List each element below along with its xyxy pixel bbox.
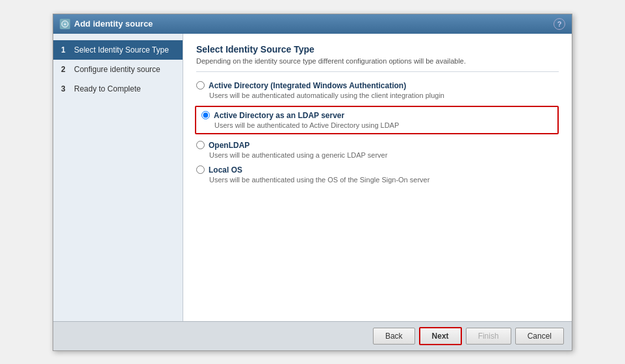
step-3-num: 3 [61,84,70,93]
sidebar: 1 Select Identity Source Type 2 Configur… [53,34,183,321]
option-ad-ldap-title: Active Directory as an LDAP server [214,111,344,120]
dialog-icon: + [60,19,70,29]
option-ad-integrated-desc: Users will be authenticated automaticall… [209,91,559,99]
step-1-num: 1 [61,45,70,55]
option-openldap-title: OpenLDAP [209,141,249,150]
dialog-footer: Back Next Finish Cancel [53,321,572,350]
sidebar-item-3[interactable]: 3 Ready to Complete [53,79,183,99]
step-3-label: Ready to Complete [74,84,141,93]
add-identity-source-dialog: + Add identity source ? 1 Select Identit… [53,14,572,351]
option-ad-ldap-desc: Users will be authenticated to Active Di… [214,121,552,129]
step-1-label: Select Identity Source Type [74,45,169,55]
option-ad-integrated-title: Active Directory (Integrated Windows Aut… [209,81,406,90]
main-subtitle: Depending on the identity source type di… [196,57,559,72]
option-local-os-radio[interactable] [196,165,205,174]
option-ad-ldap: Active Directory as an LDAP server Users… [195,106,559,134]
option-openldap-radio[interactable] [196,141,205,149]
option-ad-integrated-label[interactable]: Active Directory (Integrated Windows Aut… [196,81,559,90]
sidebar-item-2[interactable]: 2 Configure identity source [53,60,183,79]
svg-text:+: + [64,22,66,27]
main-content: Select Identity Source Type Depending on… [183,34,572,321]
step-2-num: 2 [61,65,70,74]
option-local-os: Local OS Users will be authenticated usi… [196,165,559,184]
option-local-os-desc: Users will be authenticated using the OS… [209,176,559,184]
option-openldap-label[interactable]: OpenLDAP [196,141,559,150]
main-title: Select Identity Source Type [196,44,559,55]
option-ad-integrated-radio[interactable] [196,81,205,90]
option-ad-ldap-label[interactable]: Active Directory as an LDAP server [201,111,552,120]
option-openldap-desc: Users will be authenticated using a gene… [209,151,559,159]
option-local-os-title: Local OS [209,165,242,175]
dialog-title: Add identity source [74,19,153,29]
option-openldap: OpenLDAP Users will be authenticated usi… [196,141,559,159]
cancel-button[interactable]: Cancel [515,328,564,345]
step-2-label: Configure identity source [74,65,160,74]
option-ad-ldap-radio[interactable] [201,111,210,119]
next-button[interactable]: Next [419,327,462,345]
option-local-os-label[interactable]: Local OS [196,165,559,175]
back-button[interactable]: Back [373,328,415,345]
sidebar-item-1[interactable]: 1 Select Identity Source Type [53,40,183,60]
dialog-body: 1 Select Identity Source Type 2 Configur… [53,34,572,321]
help-button[interactable]: ? [554,18,565,30]
option-ad-integrated: Active Directory (Integrated Windows Aut… [196,81,559,99]
finish-button[interactable]: Finish [466,328,511,345]
title-bar: + Add identity source ? [53,14,572,34]
